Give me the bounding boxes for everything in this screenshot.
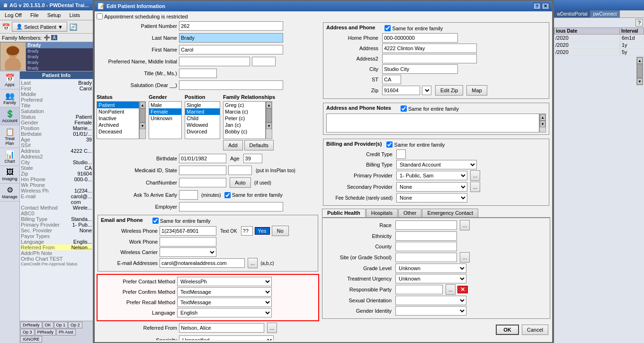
rel-jan[interactable]: Jan (c) — [224, 122, 265, 128]
add-rel-btn[interactable]: Add — [223, 140, 243, 150]
status-patient[interactable]: Patient — [97, 102, 139, 108]
family-btn[interactable]: A — [51, 35, 57, 40]
family-scrollbar[interactable]: ▲ ▼ — [266, 101, 272, 139]
menu-setup[interactable]: Setup — [45, 11, 63, 19]
dialog-close-btn[interactable]: ✕ — [542, 3, 549, 9]
specialty-select[interactable]: Unspecified General Specialist — [179, 335, 274, 340]
race-input[interactable] — [395, 220, 457, 230]
medicaid-id-input[interactable] — [179, 166, 226, 175]
map-btn[interactable]: Map — [466, 85, 487, 96]
referred-from-input[interactable] — [179, 323, 264, 333]
status-deceased[interactable]: Deceased — [97, 128, 139, 135]
patient-name-selected[interactable]: Brady — [26, 42, 93, 48]
ph-asst-btn[interactable]: Ph Asst — [56, 329, 76, 335]
right-scroll-down[interactable]: ▼ — [637, 78, 643, 85]
prefer-confirm-select[interactable]: TextMessage Email None WirelessPh — [177, 287, 272, 297]
ok-button[interactable]: OK — [496, 325, 519, 335]
notes-scrollbar[interactable]: ▲ ▼ — [539, 114, 546, 132]
status-archived[interactable]: Archived — [97, 122, 139, 128]
county-input[interactable] — [395, 242, 457, 251]
scroll-down[interactable]: ▼ — [140, 123, 145, 129]
appointment-restricted-checkbox[interactable] — [97, 13, 103, 19]
title-input[interactable] — [179, 69, 217, 78]
tab-other[interactable]: Other — [398, 209, 422, 217]
gender-male[interactable]: Male — [149, 102, 181, 108]
address-notes-textarea[interactable] — [326, 114, 539, 132]
pwconnect-btn[interactable]: pwConnect — [590, 10, 619, 18]
text-ok-input[interactable] — [241, 226, 253, 236]
city-input[interactable] — [382, 64, 458, 74]
dentist-portal-btn[interactable]: wDentistPortal — [554, 10, 590, 18]
email-more-btn[interactable]: ... — [248, 258, 258, 268]
zip-dropdown[interactable]: ▼ — [422, 86, 431, 95]
right-scrollbar[interactable]: ▲ ▼ — [636, 57, 643, 85]
cancel-button[interactable]: Cancel — [522, 325, 548, 335]
nav-treat-plan[interactable]: 📋 TreatPlan — [0, 125, 19, 148]
text-ok-no-btn[interactable]: No — [272, 226, 289, 236]
secondary-provider-more-btn[interactable]: ... — [470, 182, 480, 192]
right-panel-help-btn[interactable]: ? — [635, 19, 643, 26]
secondary-provider-select[interactable]: None 1- Public, Sam — [396, 182, 467, 192]
referred-from-btn[interactable]: ... — [267, 323, 277, 333]
select-patient-button[interactable]: 👤 Select Patient ▼ — [12, 22, 67, 32]
position-divorced[interactable]: Divorced — [185, 128, 220, 135]
first-name-input[interactable] — [179, 45, 283, 54]
sexual-orientation-select[interactable]: Unknown Straight — [395, 296, 466, 305]
family-rel-listbox[interactable]: Greg (c) Marcia (c) Peter (c) Jan (c) Bo… — [223, 101, 266, 139]
site-input[interactable] — [395, 253, 457, 262]
prefer-contact-select[interactable]: WirelessPh WorkPhone Email TextMessage N… — [177, 277, 272, 286]
right-scroll-up[interactable]: ▲ — [637, 57, 643, 64]
work-phone-input[interactable] — [160, 237, 216, 246]
same-family-arrive-checkbox[interactable] — [224, 192, 231, 198]
primary-provider-more-btn[interactable]: ... — [470, 170, 480, 181]
defaults-btn[interactable]: Defaults — [244, 140, 274, 150]
rel-bobby[interactable]: Bobby (c) — [224, 128, 265, 135]
menu-lists[interactable]: Lists — [67, 11, 82, 19]
drready-btn[interactable]: DrReady — [20, 322, 42, 328]
patient-name-item-3[interactable]: Brady — [26, 60, 93, 65]
position-single[interactable]: Single — [185, 102, 220, 108]
op3-btn[interactable]: Op 3 — [20, 329, 35, 335]
fam-scroll-thumb[interactable] — [266, 108, 272, 123]
site-more-btn[interactable]: ... — [460, 252, 470, 263]
patient-name-item-1[interactable]: Brady — [26, 48, 93, 54]
scroll-up[interactable]: ▲ — [140, 102, 145, 108]
tab-public-health[interactable]: Public Health — [322, 209, 366, 217]
gender-identity-select[interactable]: Unknown Male Female — [395, 306, 466, 316]
billing-type-select[interactable]: Standard Account Other — [396, 160, 477, 169]
patient-name-item-4[interactable]: Brady — [26, 65, 93, 71]
birthdate-input[interactable] — [179, 154, 226, 163]
add-family-icon[interactable]: ➕ — [44, 35, 50, 41]
position-widowed[interactable]: Widowed — [185, 122, 220, 128]
fee-schedule-select[interactable]: None — [396, 193, 467, 202]
right-scroll-thumb[interactable] — [637, 64, 643, 78]
ignore-btn[interactable]: IGNORE — [20, 336, 42, 343]
address2-input[interactable] — [382, 54, 477, 63]
nav-chart[interactable]: 📊 Chart — [0, 148, 19, 166]
address1-input[interactable] — [382, 44, 477, 53]
op2-btn[interactable]: Op 2 — [68, 322, 82, 328]
race-more-btn[interactable]: ... — [460, 220, 470, 230]
salutation-input[interactable] — [179, 80, 283, 90]
email-input[interactable] — [160, 258, 245, 268]
responsible-party-clear-btn[interactable]: ✕ — [457, 286, 468, 293]
rel-marcia[interactable]: Marcia (c) — [224, 108, 265, 115]
nav-apps[interactable]: 📅 Apps — [0, 71, 19, 89]
medicaid-state-input[interactable] — [228, 166, 252, 175]
same-family-billing-checkbox[interactable] — [386, 141, 393, 148]
gender-unknown[interactable]: Unknown — [149, 115, 181, 122]
chart-number-input[interactable] — [179, 178, 226, 187]
rel-peter[interactable]: Peter (c) — [224, 115, 265, 122]
auto-btn[interactable]: Auto — [230, 177, 251, 188]
age-input[interactable] — [243, 154, 262, 163]
menu-logoff[interactable]: Log Off — [3, 11, 24, 19]
grade-level-select[interactable]: Unknown K 1 — [395, 264, 466, 273]
same-family-email-checkbox[interactable] — [152, 218, 159, 224]
ok-btn-sidebar[interactable]: OK — [43, 322, 54, 328]
home-phone-input[interactable] — [382, 33, 458, 43]
status-nonpatient[interactable]: NonPatient — [97, 108, 139, 115]
treatment-urgency-select[interactable]: Unknown Low Medium High — [395, 274, 466, 283]
credit-type-input[interactable] — [396, 150, 406, 159]
menu-file[interactable]: File — [28, 11, 41, 19]
scroll-thumb[interactable] — [140, 108, 145, 123]
